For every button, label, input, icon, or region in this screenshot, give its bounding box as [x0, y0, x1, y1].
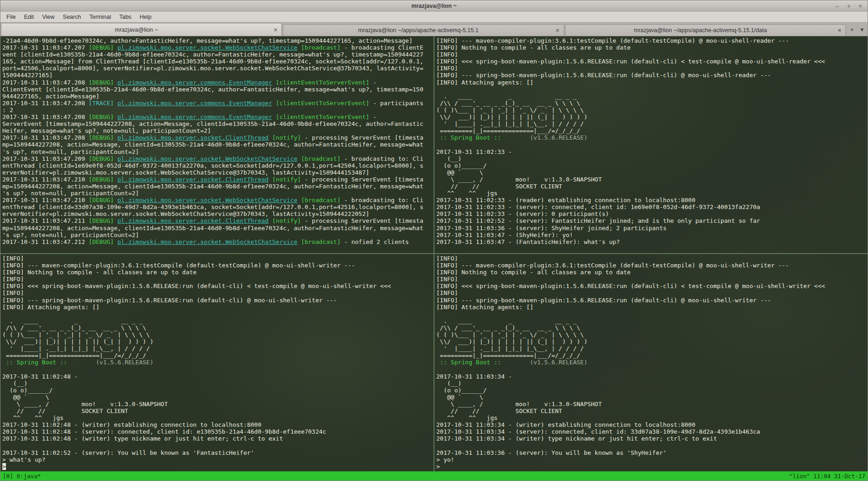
- terminal-line: 2017-10-31 11:02:33 -: [436, 148, 866, 155]
- terminal-line: erverNotifier=pl.zimowski.moo.server.soc…: [2, 210, 432, 217]
- terminal-line: vent [clientId=e130535b-21a4-46d0-9b8d-e…: [2, 51, 432, 58]
- terminal-line: 2017-10-31 11:03:47.209 [DEBUG] pl.zimow…: [2, 155, 432, 162]
- terminal-line: [INFO]: [2, 289, 432, 296]
- tab-label: mrazjava@lion ~: [1, 27, 271, 33]
- terminal-line: 's up?, note=null, participantCount=2]: [2, 232, 432, 238]
- terminal-line: [INFO]: [2, 255, 432, 262]
- terminal-line: 2017-10-31 11:03:47.208 [DEBUG] pl.zimow…: [2, 134, 432, 141]
- menu-item-file[interactable]: File: [2, 12, 20, 22]
- tmux-host-clock: "lion" 11:04 31-Oct-17: [789, 473, 865, 480]
- tmux-top-row: -21a4-46d0-9b8d-ef1eee70324c, author=Fan…: [0, 36, 868, 253]
- tab-2[interactable]: mrazjava@lion ~/apps/apache-activemq-5.1…: [283, 24, 564, 36]
- tab-label: mrazjava@lion ~/apps/apache-activemq-5.1…: [565, 27, 835, 34]
- terminal-line: 2017-10-31 11:03:47.207 [DEBUG] pl.zimow…: [2, 44, 432, 51]
- terminal-line: ^^ ^^ jgs: [436, 190, 866, 197]
- pane-top-left[interactable]: -21a4-46d0-9b8d-ef1eee70324c, author=Fan…: [0, 36, 434, 253]
- terminal-line: ( ( )\___ | '_ | '_| | '_ \/ _` | \ \ \ …: [436, 331, 866, 338]
- terminal-line: // // SOCKET CLIENT: [2, 407, 432, 414]
- terminal-line: [436, 141, 866, 148]
- window-titlebar[interactable]: mrazjava@lion ~ – + ×: [0, 0, 868, 11]
- terminal-line: 2017-10-31 11:02:48 - (server): connecte…: [2, 428, 432, 435]
- terminal-line: [INFO] --- maven-compiler-plugin:3.6.1:t…: [2, 262, 432, 269]
- terminal-line: :: Spring Boot :: (v1.5.6.RELEASE): [436, 359, 866, 366]
- terminal-line: 2017-10-31 11:03:47.211 [DEBUG] pl.zimow…: [2, 217, 432, 224]
- tmux-session-window-info: [0] 0:java*: [3, 473, 41, 480]
- terminal-line: 2017-10-31 11:02:52 - (server): Fantasti…: [436, 217, 866, 224]
- terminal-line: 2017-10-31 11:03:36 - (server): You will…: [436, 449, 866, 456]
- terminal-line: \\/ ___)| |_)| | | | | || (_| | ) ) ) ): [436, 113, 866, 120]
- tab-strip: mrazjava@lion ~×mrazjava@lion ~/apps/apa…: [0, 23, 846, 36]
- terminal-line: [INFO]: [436, 51, 866, 58]
- terminal-line: [INFO]: [436, 276, 866, 283]
- tab-close-icon[interactable]: ×: [835, 26, 844, 34]
- terminal-line: 2017-10-31 11:02:33 - (server): connecte…: [436, 204, 866, 210]
- terminal-line: 2017-10-31 11:02:52 - (server): You will…: [2, 449, 432, 456]
- terminal-line: entThread [clientId=33d07a38-109e-49d7-8…: [2, 204, 432, 210]
- terminal-line: mp=1509444227208, action=Message, client…: [2, 141, 432, 148]
- pane-bottom-right[interactable]: [INFO][INFO] --- maven-compiler-plugin:3…: [434, 254, 868, 471]
- terminal-line: [INFO]: [436, 65, 866, 72]
- terminal-line: [INFO] --- spring-boot-maven-plugin:1.5.…: [436, 297, 866, 304]
- terminal-line: (__): [436, 380, 866, 387]
- terminal-line: 2017-10-31 11:03:34 -: [436, 373, 866, 380]
- terminal-line: Heifer, message=what's up?, note=null, p…: [2, 127, 432, 134]
- terminal-line: (__): [2, 380, 432, 387]
- terminal-line: ' |____| .__|_| |_|_| |_\__, | / / / /: [2, 345, 432, 352]
- window-controls: – + ×: [833, 0, 865, 11]
- menu-item-view[interactable]: View: [38, 12, 59, 22]
- terminal-line: [2, 311, 432, 317]
- terminal-line: @@ ` \: [436, 169, 866, 176]
- terminal-line: erverNotifier=pl.zimowski.moo.server.soc…: [2, 169, 432, 176]
- menu-item-terminal[interactable]: Terminal: [85, 12, 115, 22]
- terminal-line: [INFO] --- spring-boot-maven-plugin:1.5.…: [436, 72, 866, 79]
- tmux-bottom-row: [INFO][INFO] --- maven-compiler-plugin:3…: [0, 254, 868, 471]
- menu-item-search[interactable]: Search: [59, 12, 86, 22]
- terminal-line: [INFO] <<< spring-boot-maven-plugin:1.5.…: [436, 58, 866, 65]
- terminal-line: =========|_|==============|___/=/_/_/_/: [436, 127, 866, 134]
- terminal-line: [INFO] --- maven-compiler-plugin:3.6.1:t…: [436, 37, 866, 44]
- close-button[interactable]: ×: [856, 2, 865, 10]
- terminal-line: 165, action=Message] from ClientThread […: [2, 58, 432, 65]
- terminal-line: 2017-10-31 11:03:47.208 [DEBUG] pl.zimow…: [2, 113, 432, 120]
- terminal-line: ' |____| .__|_| |_|_| |_\__, | / / / /: [436, 120, 866, 127]
- menu-item-edit[interactable]: Edit: [20, 12, 38, 22]
- terminal-line: [2, 366, 432, 373]
- terminal-line: :: Spring Boot :: (v1.5.6.RELEASE): [2, 359, 432, 366]
- tab-1[interactable]: mrazjava@lion ~×: [1, 23, 282, 36]
- tab-close-icon[interactable]: ×: [554, 26, 562, 34]
- tab-bar-actions: + ▾: [846, 23, 868, 36]
- terminal-line: port=42506,localport=8000], serverNotifi…: [2, 65, 432, 72]
- terminal-line: mp=1509444227208, action=Message, client…: [2, 183, 432, 190]
- tab-list-button[interactable]: ▾: [857, 25, 867, 34]
- tab-close-icon[interactable]: ×: [271, 26, 280, 34]
- terminal-line: (__): [436, 155, 866, 162]
- terminal-line: 's up?, note=null, participantCount=2]: [2, 148, 432, 155]
- terminal-line: ^^ ^^ jgs: [2, 414, 432, 421]
- terminal-line: mp=1509444227208, action=Message, client…: [2, 225, 432, 232]
- pane-top-right[interactable]: [INFO] --- maven-compiler-plugin:3.6.1:t…: [434, 36, 868, 253]
- menu-item-tabs[interactable]: Tabs: [115, 12, 135, 22]
- minimize-button[interactable]: –: [833, 2, 842, 10]
- terminal-line: >: [2, 463, 432, 470]
- terminal-line: =========|_|==============|___/=/_/_/_/: [2, 352, 432, 359]
- terminal-line: 's up?, note=null, participantCount=2]: [2, 190, 432, 197]
- terminal-line: [INFO] Attaching agents: []: [436, 304, 866, 311]
- terminal-line: 2017-10-31 11:03:34 - (writer) establish…: [436, 421, 866, 428]
- terminal-line: ( ( )\___ | '_ | '_| | '_ \/ _` | \ \ \ …: [2, 331, 432, 338]
- pane-bottom-left[interactable]: [INFO][INFO] --- maven-compiler-plugin:3…: [0, 254, 434, 471]
- terminal-line: [INFO] Attaching agents: []: [436, 79, 866, 86]
- terminal-line: [INFO] --- spring-boot-maven-plugin:1.5.…: [2, 297, 432, 304]
- terminal-line: 2017-10-31 11:03:34 - (server): connecte…: [436, 428, 866, 435]
- terminal-line: \\/ ___)| |_)| | | | | || (_| | ) ) ) ): [436, 338, 866, 345]
- maximize-button[interactable]: +: [844, 2, 853, 10]
- terminal-line: // // SOCKET CLIENT: [436, 407, 866, 414]
- terminal-line: 2017-10-31 11:03:47.210 [DEBUG] pl.zimow…: [2, 197, 432, 204]
- new-tab-button[interactable]: +: [847, 25, 857, 34]
- terminal-line: [INFO]: [436, 289, 866, 296]
- terminal-line: \ ____, / moo! v:1.3.0-SNAPSHOT: [2, 401, 432, 407]
- terminal-line: [2, 442, 432, 449]
- terminal-line: ' |____| .__|_| |_|_| |_\__, | / / / /: [436, 345, 866, 352]
- terminal-line: 1509444227165]: [2, 72, 432, 79]
- menu-item-help[interactable]: Help: [136, 12, 156, 22]
- tab-3[interactable]: mrazjava@lion ~/apps/apache-activemq-5.1…: [565, 24, 846, 36]
